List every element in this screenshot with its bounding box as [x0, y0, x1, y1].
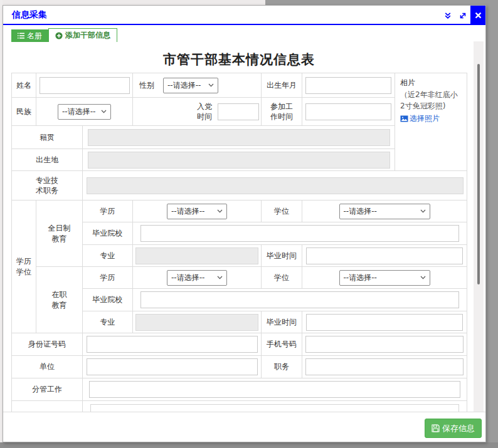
- tab-roster[interactable]: 名册: [11, 29, 48, 42]
- gender-label: 性别: [139, 80, 154, 91]
- mobile-label: 手机号码: [262, 333, 302, 356]
- form-scroll-area: 市管干部基本情况信息表 姓名 性别 --请选择--: [3, 42, 485, 412]
- fulltime-grad-time-label: 毕业时间: [262, 245, 302, 267]
- row-name-gender-birth: 姓名 性别 --请选择-- 出生年月 相片 （近2年非红底小2寸免冠彩照): [12, 73, 467, 98]
- native-place-label: 籍贯: [12, 126, 83, 149]
- onjob-grad-time-input[interactable]: [306, 314, 463, 331]
- chevron-down-icon: [101, 110, 107, 113]
- name-label: 姓名: [12, 73, 36, 98]
- content-scrollbar-track[interactable]: [474, 41, 484, 412]
- onjob-major-input[interactable]: [135, 314, 258, 331]
- close-icon: [475, 12, 482, 19]
- id-number-input[interactable]: [87, 336, 258, 353]
- photo-cell: 相片 （近2年非红底小2寸免冠彩照) 选择照片: [395, 73, 467, 171]
- position-label: 职务: [262, 356, 302, 378]
- floppy-disk-icon: [432, 424, 440, 432]
- photo-note: （近2年非红底小2寸免冠彩照): [400, 89, 462, 112]
- collapse-button[interactable]: [440, 6, 455, 25]
- edu-degree-group-label: 学历学位: [15, 256, 33, 276]
- fulltime-edu-label: 全日制教育: [46, 223, 72, 243]
- chevron-down-icon: [217, 209, 223, 213]
- duty-input[interactable]: [89, 381, 460, 398]
- form-title: 市管干部基本情况信息表: [3, 51, 475, 68]
- professional-title-input[interactable]: [87, 177, 464, 194]
- tab-bar: 名册 添加干部信息: [3, 29, 485, 43]
- ethnicity-label: 民族: [12, 98, 36, 126]
- content-scrollbar-thumb[interactable]: [477, 64, 480, 284]
- party-join-time-label: 入党时间: [196, 102, 213, 122]
- mobile-input[interactable]: [305, 336, 464, 353]
- row-duty: 分管工作: [12, 378, 467, 401]
- dialog-titlebar: 信息采集: [3, 6, 485, 25]
- dialog-footer: 保存信息: [3, 412, 485, 442]
- duty-label: 分管工作: [12, 378, 83, 401]
- position-input[interactable]: [305, 358, 464, 375]
- onjob-grad-time-label: 毕业时间: [262, 311, 302, 333]
- tab-add-cadre[interactable]: 添加干部信息: [48, 28, 117, 43]
- onjob-degree-select[interactable]: --请选择--: [339, 270, 430, 286]
- fulltime-grad-time-input[interactable]: [306, 247, 463, 264]
- onjob-major-label: 专业: [83, 311, 133, 333]
- row-awards: 奖励情况 （县处级以上奖励）: [12, 401, 467, 413]
- professional-title-label: 专业技术职务: [33, 175, 61, 195]
- tab-roster-label: 名册: [27, 31, 42, 41]
- photo-label: 相片: [400, 77, 465, 89]
- ethnicity-select[interactable]: --请选择--: [58, 104, 111, 120]
- row-professional-title: 专业技术职务: [12, 171, 467, 201]
- maximize-button[interactable]: [455, 6, 470, 25]
- fulltime-school-input[interactable]: [140, 225, 459, 242]
- birth-date-input[interactable]: [305, 77, 391, 94]
- fulltime-degree-label: 学位: [262, 201, 302, 222]
- close-button[interactable]: [470, 6, 485, 25]
- image-icon: [400, 115, 408, 122]
- choose-photo-link[interactable]: 选择照片: [400, 113, 465, 125]
- row-id-mobile: 身份证号码 手机号码: [12, 333, 467, 356]
- work-unit-input[interactable]: [87, 358, 258, 375]
- onjob-edu-level-label: 学历: [83, 267, 133, 289]
- row-onjob-level: 在职教育 学历 --请选择-- 学位 --请选择--: [12, 267, 467, 289]
- titlebar-buttons: [440, 6, 485, 25]
- birth-place-input[interactable]: [88, 152, 390, 169]
- plus-circle-icon: [55, 32, 63, 39]
- work-unit-label: 单位: [12, 356, 83, 378]
- page-background-right: [486, 0, 498, 448]
- onjob-edu-label: 在职教育: [50, 289, 69, 310]
- fulltime-degree-select[interactable]: --请选择--: [339, 204, 430, 219]
- birth-place-label: 出生地: [12, 149, 83, 171]
- work-start-time-label: 参加工作时间: [269, 102, 295, 122]
- tab-add-cadre-label: 添加干部信息: [65, 30, 110, 41]
- double-chevron-down-icon: [443, 11, 452, 20]
- list-icon: [18, 33, 24, 39]
- page-background-bottom: [0, 442, 498, 448]
- expand-arrows-icon: [458, 11, 467, 20]
- save-button-label: 保存信息: [442, 423, 475, 434]
- save-button[interactable]: 保存信息: [425, 419, 482, 438]
- work-start-time-input[interactable]: [305, 103, 391, 120]
- fulltime-edu-level-select[interactable]: --请选择--: [167, 204, 227, 219]
- onjob-school-label: 毕业院校: [83, 289, 133, 311]
- fulltime-school-label: 毕业院校: [83, 222, 133, 245]
- party-join-time-input[interactable]: [218, 103, 259, 120]
- row-fulltime-level: 学历学位 全日制教育 学历 --请选择-- 学位 --请选择--: [12, 201, 467, 222]
- page-background-top-left: [0, 0, 265, 5]
- page-background-top-right: [265, 0, 498, 5]
- birth-date-label: 出生年月: [262, 73, 302, 98]
- row-unit-position: 单位 职务: [12, 356, 467, 378]
- name-input[interactable]: [40, 77, 130, 94]
- chevron-down-icon: [217, 276, 223, 279]
- fulltime-major-label: 专业: [83, 245, 133, 267]
- onjob-school-input[interactable]: [140, 291, 459, 308]
- chevron-down-icon: [420, 276, 426, 279]
- chevron-down-icon: [208, 83, 214, 87]
- onjob-degree-label: 学位: [262, 267, 302, 289]
- onjob-edu-level-select[interactable]: --请选择--: [167, 270, 227, 286]
- info-collect-dialog: 信息采集: [3, 5, 486, 442]
- native-place-input[interactable]: [88, 129, 390, 146]
- chevron-down-icon: [420, 209, 426, 213]
- fulltime-major-input[interactable]: [135, 247, 258, 264]
- cadre-info-form-table: 姓名 性别 --请选择-- 出生年月 相片 （近2年非红底小2寸免冠彩照): [11, 73, 467, 412]
- gender-select[interactable]: --请选择--: [163, 78, 218, 93]
- dialog-title: 信息采集: [12, 9, 47, 21]
- id-number-label: 身份证号码: [12, 333, 83, 356]
- fulltime-edu-level-label: 学历: [83, 201, 133, 222]
